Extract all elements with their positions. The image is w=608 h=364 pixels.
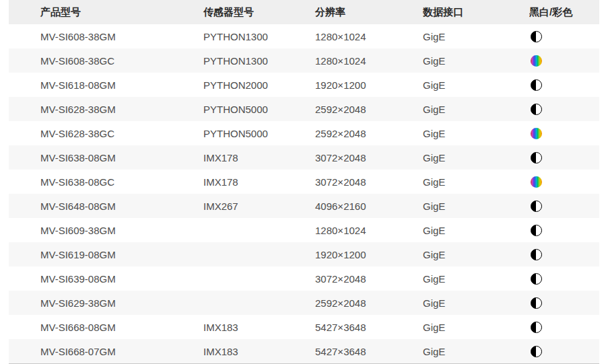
resolution-cell: 2592×2048 — [314, 97, 421, 121]
table-row: MV-SI668-07GMIMX1835427×3648GigE — [9, 339, 599, 364]
resolution-cell: 4096×2160 — [314, 194, 421, 218]
data-interface-cell: GigE — [421, 24, 529, 48]
data-interface-cell: GigE — [421, 339, 529, 364]
resolution-cell: 5427×3648 — [314, 315, 421, 339]
data-interface-cell: GigE — [421, 218, 529, 242]
resolution-cell: 3072×2048 — [314, 266, 421, 291]
mono-half-circle-icon — [531, 104, 542, 115]
product-model-cell: MV-SI609-38GM — [9, 218, 202, 242]
product-spec-page: 产品型号 传感器型号 分辨率 数据接口 黑白/彩色 MV-SI608-38GMP… — [0, 0, 608, 364]
table-row: MV-SI639-08GM3072×2048GigE — [9, 266, 599, 291]
sensor-model-cell: PYTHON1300 — [202, 48, 314, 73]
color-rainbow-circle-icon — [531, 176, 542, 188]
resolution-cell: 1280×1024 — [314, 218, 421, 242]
product-model-cell: MV-SI608-38GC — [9, 48, 202, 73]
sensor-model-cell: IMX183 — [202, 339, 314, 364]
mono-half-circle-icon — [531, 346, 542, 357]
product-model-cell: MV-SI628-38GM — [9, 97, 202, 121]
product-model-cell: MV-SI639-08GM — [9, 266, 202, 291]
data-interface-cell: GigE — [421, 73, 529, 97]
mono-color-cell — [529, 73, 599, 97]
sensor-model-cell: IMX178 — [202, 170, 314, 194]
table-row: MV-SI648-08GMIMX2674096×2160GigE — [9, 194, 599, 218]
resolution-cell: 1280×1024 — [314, 48, 421, 73]
mono-color-cell — [529, 121, 599, 145]
mono-half-circle-icon — [531, 297, 542, 309]
product-model-cell: MV-SI668-08GM — [9, 315, 202, 339]
product-model-cell: MV-SI618-08GM — [9, 73, 202, 97]
resolution-cell: 1920×1200 — [314, 73, 421, 97]
resolution-cell: 1280×1024 — [314, 24, 421, 48]
column-header-data-interface: 数据接口 — [421, 0, 529, 24]
data-interface-cell: GigE — [421, 145, 529, 170]
resolution-cell: 3072×2048 — [314, 170, 421, 194]
product-model-cell: MV-SI648-08GM — [9, 194, 202, 218]
product-model-cell: MV-SI628-38GC — [9, 121, 202, 145]
sensor-model-cell — [202, 218, 314, 242]
table-row: MV-SI629-38GM2592×2048GigE — [9, 291, 599, 315]
mono-color-cell — [529, 266, 599, 291]
mono-half-circle-icon — [531, 31, 542, 42]
mono-color-cell — [529, 48, 599, 73]
mono-color-cell — [529, 291, 599, 315]
column-header-sensor-model: 传感器型号 — [202, 0, 314, 24]
product-model-cell: MV-SI638-08GC — [9, 170, 202, 194]
table-row: MV-SI638-08GMIMX1783072×2048GigE — [9, 145, 599, 170]
sensor-model-cell — [202, 242, 314, 266]
mono-half-circle-icon — [531, 201, 542, 212]
sensor-model-cell: PYTHON2000 — [202, 73, 314, 97]
sensor-model-cell: PYTHON1300 — [202, 24, 314, 48]
table-row: MV-SI628-38GMPYTHON50002592×2048GigE — [9, 97, 599, 121]
sensor-model-cell: IMX183 — [202, 315, 314, 339]
mono-half-circle-icon — [531, 152, 542, 163]
sensor-model-cell — [202, 291, 314, 315]
sensor-model-cell — [202, 266, 314, 291]
table-row: MV-SI608-38GMPYTHON13001280×1024GigE — [9, 24, 599, 48]
column-header-mono-color: 黑白/彩色 — [529, 0, 599, 24]
data-interface-cell: GigE — [421, 315, 529, 339]
mono-color-cell — [529, 218, 599, 242]
resolution-cell: 2592×2048 — [314, 121, 421, 145]
mono-half-circle-icon — [531, 273, 542, 285]
mono-color-cell — [529, 194, 599, 218]
mono-color-cell — [529, 145, 599, 170]
sensor-model-cell: PYTHON5000 — [202, 121, 314, 145]
data-interface-cell: GigE — [421, 194, 529, 218]
product-model-cell: MV-SI629-38GM — [9, 291, 202, 315]
resolution-cell: 3072×2048 — [314, 145, 421, 170]
column-header-product-model: 产品型号 — [9, 0, 202, 24]
data-interface-cell: GigE — [421, 170, 529, 194]
mono-color-cell — [529, 97, 599, 121]
table-header-row: 产品型号 传感器型号 分辨率 数据接口 黑白/彩色 — [9, 0, 599, 24]
sensor-model-cell: IMX267 — [202, 194, 314, 218]
table-row: MV-SI609-38GM1280×1024GigE — [9, 218, 599, 242]
mono-color-cell — [529, 339, 599, 364]
data-interface-cell: GigE — [421, 266, 529, 291]
table-row: MV-SI619-08GM1920×1200GigE — [9, 242, 599, 266]
mono-color-cell — [529, 242, 599, 266]
sensor-model-cell: PYTHON5000 — [202, 97, 314, 121]
mono-color-cell — [529, 315, 599, 339]
resolution-cell: 1920×1200 — [314, 242, 421, 266]
resolution-cell: 2592×2048 — [314, 291, 421, 315]
data-interface-cell: GigE — [421, 121, 529, 145]
data-interface-cell: GigE — [421, 48, 529, 73]
mono-color-cell — [529, 24, 599, 48]
color-rainbow-circle-icon — [531, 128, 542, 139]
sensor-model-cell: IMX178 — [202, 145, 314, 170]
data-interface-cell: GigE — [421, 242, 529, 266]
mono-half-circle-icon — [531, 322, 542, 333]
mono-half-circle-icon — [531, 225, 542, 236]
product-model-cell: MV-SI668-07GM — [9, 339, 202, 364]
table-row: MV-SI608-38GCPYTHON13001280×1024GigE — [9, 48, 599, 73]
mono-color-cell — [529, 170, 599, 194]
product-spec-table: 产品型号 传感器型号 分辨率 数据接口 黑白/彩色 MV-SI608-38GMP… — [9, 0, 599, 364]
data-interface-cell: GigE — [421, 97, 529, 121]
product-model-cell: MV-SI638-08GM — [9, 145, 202, 170]
product-model-cell: MV-SI619-08GM — [9, 242, 202, 266]
data-interface-cell: GigE — [421, 291, 529, 315]
table-row: MV-SI638-08GCIMX1783072×2048GigE — [9, 170, 599, 194]
column-header-resolution: 分辨率 — [314, 0, 421, 24]
table-row: MV-SI668-08GMIMX1835427×3648GigE — [9, 315, 599, 339]
table-row: MV-SI618-08GMPYTHON20001920×1200GigE — [9, 73, 599, 97]
